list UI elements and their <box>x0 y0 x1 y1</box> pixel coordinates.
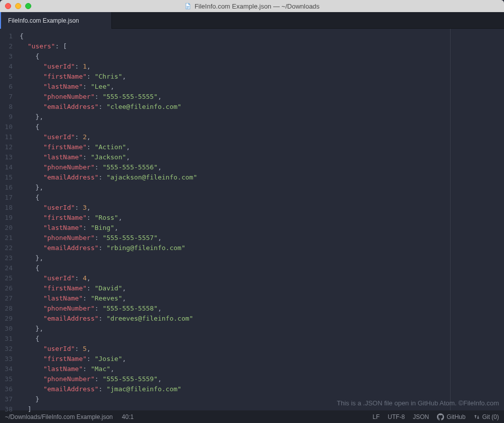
code-line[interactable]: "userId": 5, <box>20 344 450 354</box>
window-title-text: FileInfo.com Example.json — ~/Downloads <box>195 3 320 10</box>
status-git[interactable]: Git (0) <box>474 413 499 420</box>
tab-label: FileInfo.com Example.json <box>8 17 79 24</box>
line-number[interactable]: 9 <box>0 112 17 122</box>
code-line[interactable]: "lastName": "Mac", <box>20 364 450 374</box>
line-number-gutter[interactable]: 1234567891011121314151617181920212223242… <box>0 29 17 410</box>
window-title: FileInfo.com Example.json — ~/Downloads <box>184 3 320 10</box>
code-line[interactable]: "phoneNumber": "555-555-5556", <box>20 162 450 172</box>
code-line[interactable]: "lastName": "Lee", <box>20 82 450 92</box>
line-number[interactable]: 17 <box>0 193 17 203</box>
code-line[interactable]: } <box>20 394 450 404</box>
code-line[interactable]: "userId": 2, <box>20 132 450 142</box>
tab-bar: FileInfo.com Example.json <box>0 12 504 29</box>
code-line[interactable]: { <box>20 51 450 62</box>
line-number[interactable]: 28 <box>0 304 17 314</box>
line-number[interactable]: 12 <box>0 142 17 152</box>
editor-area: 1234567891011121314151617181920212223242… <box>0 29 504 410</box>
line-number[interactable]: 3 <box>0 51 17 62</box>
code-line[interactable]: "phoneNumber": "555-555-5555", <box>20 92 450 102</box>
line-number[interactable]: 24 <box>0 263 17 273</box>
line-number[interactable]: 15 <box>0 172 17 183</box>
line-number[interactable]: 22 <box>0 243 17 253</box>
line-number[interactable]: 10 <box>0 122 17 132</box>
code-line[interactable]: "phoneNumber": "555-555-5557", <box>20 233 450 243</box>
line-number[interactable]: 13 <box>0 152 17 162</box>
status-git-label: Git (0) <box>482 413 499 420</box>
line-number[interactable]: 32 <box>0 344 17 354</box>
line-number[interactable]: 2 <box>0 41 17 51</box>
line-number[interactable]: 6 <box>0 82 17 92</box>
line-number[interactable]: 18 <box>0 203 17 213</box>
window-titlebar: FileInfo.com Example.json — ~/Downloads <box>0 0 504 12</box>
line-number[interactable]: 4 <box>0 62 17 72</box>
code-line[interactable]: "firstName": "Chris", <box>20 72 450 82</box>
line-number[interactable]: 33 <box>0 354 17 364</box>
line-number[interactable]: 31 <box>0 334 17 344</box>
code-line[interactable]: }, <box>20 183 450 193</box>
line-number[interactable]: 34 <box>0 364 17 374</box>
line-number[interactable]: 37 <box>0 394 17 404</box>
tab-active[interactable]: FileInfo.com Example.json <box>0 12 112 29</box>
code-line[interactable]: "lastName": "Reeves", <box>20 293 450 304</box>
minimap[interactable] <box>451 29 504 410</box>
traffic-lights <box>0 3 31 9</box>
code-line[interactable]: "phoneNumber": "555-555-5559", <box>20 374 450 384</box>
code-line[interactable]: }, <box>20 324 450 334</box>
line-number[interactable]: 19 <box>0 213 17 223</box>
line-number[interactable]: 29 <box>0 314 17 324</box>
code-line[interactable]: "emailAddress": "dreeves@fileinfo.com" <box>20 314 450 324</box>
document-icon <box>184 3 192 10</box>
git-sync-icon <box>474 414 480 420</box>
line-number[interactable]: 7 <box>0 92 17 102</box>
code-line[interactable]: "userId": 1, <box>20 62 450 72</box>
line-number[interactable]: 30 <box>0 324 17 334</box>
code-line[interactable]: { <box>20 31 450 41</box>
code-line[interactable]: "firstName": "David", <box>20 283 450 293</box>
code-line[interactable]: "emailAddress": "clee@fileinfo.com" <box>20 102 450 112</box>
code-line[interactable]: "userId": 4, <box>20 273 450 283</box>
line-number[interactable]: 8 <box>0 102 17 112</box>
line-number[interactable]: 11 <box>0 132 17 142</box>
line-number[interactable]: 35 <box>0 374 17 384</box>
code-line[interactable]: "firstName": "Action", <box>20 142 450 152</box>
code-line[interactable]: { <box>20 122 450 132</box>
code-line[interactable]: "phoneNumber": "555-555-5558", <box>20 304 450 314</box>
maximize-icon[interactable] <box>25 3 31 9</box>
line-number[interactable]: 16 <box>0 183 17 193</box>
line-number[interactable]: 27 <box>0 293 17 304</box>
code-line[interactable]: "emailAddress": "ajackson@fileinfo.com" <box>20 172 450 183</box>
code-line[interactable]: "lastName": "Jackson", <box>20 152 450 162</box>
code-line[interactable]: }, <box>20 253 450 263</box>
code-line[interactable]: "userId": 3, <box>20 203 450 213</box>
line-number[interactable]: 25 <box>0 273 17 283</box>
code-line[interactable]: "emailAddress": "jmac@fileinfo.com" <box>20 384 450 394</box>
code-line[interactable]: "firstName": "Josie", <box>20 354 450 364</box>
code-line[interactable]: ] <box>20 404 450 414</box>
code-line[interactable]: { <box>20 334 450 344</box>
code-line[interactable]: "emailAddress": "rbing@fileinfo.com" <box>20 243 450 253</box>
code-line[interactable]: "users": [ <box>20 41 450 51</box>
line-number[interactable]: 14 <box>0 162 17 172</box>
line-number[interactable]: 26 <box>0 283 17 293</box>
code-line[interactable]: { <box>20 193 450 203</box>
code-line[interactable]: { <box>20 263 450 273</box>
line-number[interactable]: 36 <box>0 384 17 394</box>
line-number[interactable]: 20 <box>0 223 17 233</box>
line-number[interactable]: 1 <box>0 31 17 41</box>
minimize-icon[interactable] <box>15 3 21 9</box>
line-number[interactable]: 5 <box>0 72 17 82</box>
line-number[interactable]: 23 <box>0 253 17 263</box>
close-icon[interactable] <box>5 3 11 9</box>
line-number[interactable]: 21 <box>0 233 17 243</box>
code-line[interactable]: "firstName": "Ross", <box>20 213 450 223</box>
code-line[interactable]: "lastName": "Bing", <box>20 223 450 233</box>
code-line[interactable]: }, <box>20 112 450 122</box>
code-editor[interactable]: { "users": [ { "userId": 1, "firstName":… <box>17 29 450 410</box>
